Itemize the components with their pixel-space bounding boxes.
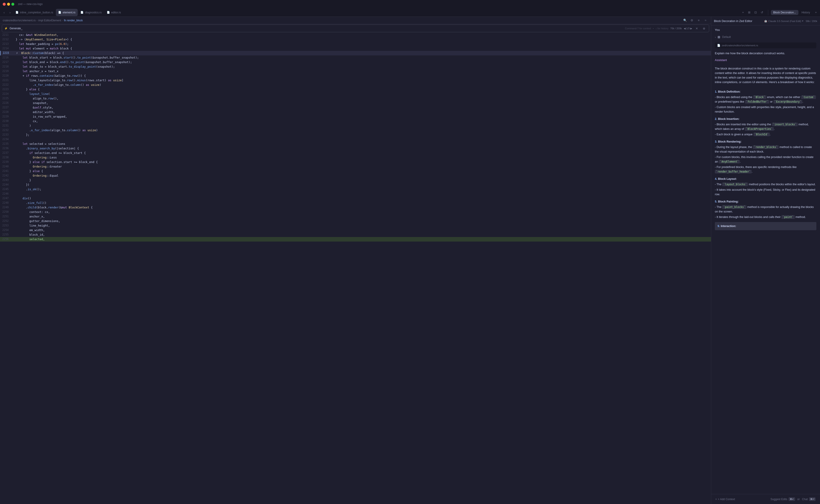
context-section: › ⊞ Default: [715, 35, 816, 39]
ai-tab-decoration[interactable]: Block Decoration...: [771, 10, 798, 15]
suggest-edits-button[interactable]: Suggest Edits ⌘↵ or Chat ⌘⏎: [769, 497, 817, 502]
file-icon: 📄: [717, 44, 720, 47]
item-1-body: - Blocks are defined using the `Block` e…: [715, 95, 816, 114]
breadcrumb-sep-2: ›: [62, 19, 63, 22]
model-icon: 🤖: [764, 20, 767, 22]
prompt-icon: ⚡: [4, 27, 8, 30]
code-line-2224: 2224 layout_line(: [0, 92, 711, 96]
code-line-2251: 2251 anchor_x,: [0, 214, 711, 219]
code-line-2218: 2218 let align_to = block_start.to_displ…: [0, 64, 711, 69]
code-line-2236: 2236 .binary_search_by(|selection| {: [0, 146, 711, 151]
search-icon[interactable]: 🔍: [682, 18, 688, 23]
tab-label: inline_completion_button.rs: [20, 11, 53, 14]
forward-button[interactable]: ›: [7, 10, 13, 15]
user-message: Explain me how the block decoration cons…: [715, 51, 816, 56]
code-line-2222: 2222 .x_for_index(align_to.column() as u…: [0, 83, 711, 87]
ai-panel-body[interactable]: You › ⊞ Default 📄 zed/crates/editor/src/…: [711, 25, 820, 494]
item-3-body: - During the layout phase, the `render_b…: [715, 145, 816, 174]
editor-section: crates/editor/src/element.rs › impl Edit…: [0, 17, 711, 504]
prompt-hint-history: ↕ for history: [656, 27, 669, 30]
tab-label: diagnostics.rs: [85, 11, 101, 14]
layout-button[interactable]: ⊡: [753, 10, 758, 15]
tab-diagnostics[interactable]: 📄 diagnostics.rs: [78, 9, 104, 16]
inline-prompt-bar: ⚡ Command-? for context • ↕ for history …: [2, 25, 709, 32]
context-label: Default: [722, 35, 731, 39]
response-item-2: 2. Block Insertion: - Blocks are inserte…: [715, 117, 816, 137]
breadcrumb-impl[interactable]: impl EditorElement: [38, 19, 61, 22]
back-button[interactable]: ‹: [1, 10, 7, 15]
code-editor[interactable]: 2211 cx: &mut WindowContext, 2212 } -> (…: [0, 33, 711, 504]
code-line-2227: 2227 &self.style,: [0, 105, 711, 110]
tab-actions: + ⊞ ⊡ ↺: [740, 10, 765, 15]
response-intro: The block decoration construct in this c…: [715, 66, 816, 87]
code-line-2243: 2243 }: [0, 178, 711, 183]
breadcrumb: crates/editor/src/element.rs › impl Edit…: [0, 17, 711, 24]
suggest-shortcut: ⌘↵: [789, 497, 795, 501]
settings-icon[interactable]: ⚙: [689, 18, 695, 23]
prompt-close-button[interactable]: ✕: [694, 26, 699, 31]
item-2-title: 2. Block Insertion:: [715, 117, 816, 121]
maximize-button[interactable]: [11, 3, 14, 6]
ai-tab-history[interactable]: History: [799, 10, 812, 15]
add-tab-button[interactable]: +: [740, 10, 746, 15]
minimize-button[interactable]: [7, 3, 10, 6]
tab-inline-completion-button[interactable]: 📄 inline_completion_button.rs: [13, 9, 55, 16]
response-item-9: 9. Interaction:: [715, 222, 816, 230]
code-line-2228: 2228 editor_width,: [0, 110, 711, 114]
item-4-title: 4. Block Layout:: [715, 177, 816, 181]
code-line-2252: 2252 gutter_dimensions,: [0, 219, 711, 223]
code-line-2229: 2229 is_row_soft_wrapped,: [0, 114, 711, 119]
add-context-button[interactable]: + + Add Context: [714, 497, 736, 502]
code-line-2215: 2215 ⚡ Block::Custom(block) => {: [0, 51, 711, 55]
ai-panel-header: Block Decoration in Zed Editor 🤖 Claude …: [711, 17, 820, 25]
code-line-2234: 2234: [0, 137, 711, 142]
code-line-2226: 2226 snapshot,: [0, 101, 711, 105]
file-icon: 📄: [58, 11, 61, 14]
chevron-down-icon[interactable]: ▾: [802, 20, 803, 22]
code-line-2213: 2213 let header_padding = px(6.0);: [0, 42, 711, 46]
ai-panel-title: Block Decoration in Zed Editor: [714, 20, 752, 23]
code-line-2246: 2246: [0, 192, 711, 196]
code-line-2217: 2217 let block_end = block.end().to_poin…: [0, 60, 711, 64]
item-5-body: - The `paint_blocks` method is responsib…: [715, 205, 816, 219]
assistant-label: Assistant: [715, 58, 816, 62]
reload-button[interactable]: ↺: [759, 10, 765, 15]
split-editor-button[interactable]: ⊞: [747, 10, 752, 15]
breadcrumb-actions: 🔍 ⚙ ≡ ≈: [682, 18, 708, 23]
ai-panel-tabs: Block Decoration... History +: [768, 10, 819, 15]
prompt-input[interactable]: [10, 27, 623, 30]
prompt-expand-button[interactable]: ⊕: [701, 26, 707, 31]
context-icon: ⊞: [718, 35, 720, 39]
code-line-2248: 2248 .size_full(): [0, 201, 711, 205]
code-line-2231: 2231 ): [0, 124, 711, 128]
item-9-title: 9. Interaction:: [718, 224, 814, 228]
code-line-2254: 2254 em_width,: [0, 228, 711, 232]
diff-icon[interactable]: ≈: [703, 18, 708, 23]
breadcrumb-path[interactable]: crates/editor/src/element.rs: [3, 19, 36, 22]
code-line-2232: 2232 .x_for_index(align_to.column() as u…: [0, 128, 711, 133]
outline-icon[interactable]: ≡: [696, 18, 701, 23]
code-line-2220: 2220 + if rows.contains(&align_to.row())…: [0, 74, 711, 78]
file-context[interactable]: 📄 zed/crates/editor/src/element.rs: [715, 42, 816, 48]
ai-panel: Block Decoration in Zed Editor 🤖 Claude …: [711, 17, 820, 504]
code-line-2256: 2256 selected,: [0, 237, 711, 242]
breadcrumb-fn[interactable]: fn render_block: [64, 19, 83, 22]
tab-element[interactable]: 📄 element.rs: [56, 9, 78, 16]
code-line-2235: 2235 let selected = selections: [0, 142, 711, 146]
close-button[interactable]: [3, 3, 6, 6]
code-line-2247: 2247 div(): [0, 196, 711, 201]
code-line-2240: 2240 Ordering::Greater: [0, 164, 711, 169]
code-line-2250: 2250 context: cx,: [0, 210, 711, 214]
you-label: You: [715, 28, 816, 32]
model-name[interactable]: Claude 3.5 Sonnet (Fast Edit): [768, 20, 801, 22]
tab-editor[interactable]: 📄 editor.rs: [104, 9, 123, 16]
response-item-4: 4. Block Layout: - The `layout_blocks` m…: [715, 177, 816, 197]
model-badge: 🤖 Claude 3.5 Sonnet (Fast Edit) ▾ 58k / …: [764, 20, 817, 22]
add-context-label: + Add Context: [718, 498, 735, 501]
response-body: 1. Block Definition: - Blocks are define…: [715, 89, 816, 230]
file-icon: 📄: [107, 11, 110, 14]
ai-add-button[interactable]: +: [813, 10, 819, 15]
file-icon: 📄: [15, 11, 19, 14]
context-toggle[interactable]: ›: [715, 35, 716, 39]
code-line-2221: 2221 line_layouts[align_to.row().minus(r…: [0, 78, 711, 83]
